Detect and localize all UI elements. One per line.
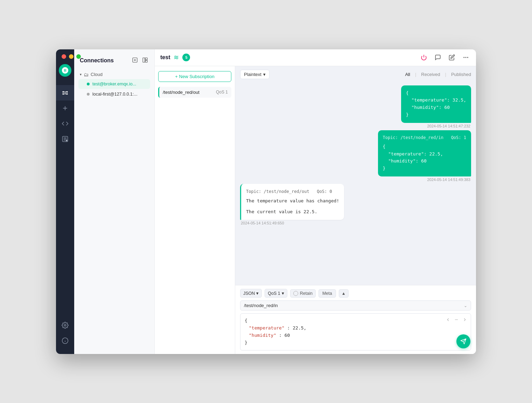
layout-icon bbox=[142, 57, 148, 63]
meta-label: Meta bbox=[322, 291, 332, 296]
format-compose-select[interactable]: JSON ▾ bbox=[240, 289, 262, 298]
svg-point-28 bbox=[465, 57, 467, 58]
chevron-down-icon: ▾ bbox=[256, 291, 259, 296]
nav-forward-button[interactable] bbox=[462, 317, 468, 324]
message-topic: Topic: /test/node_red/in bbox=[383, 135, 443, 140]
message-bubble: Topic: /test/node_red/out QoS: 0 The tem… bbox=[240, 184, 344, 220]
chevron-down-icon: ▾ bbox=[263, 72, 266, 77]
retain-label: Retain bbox=[300, 291, 313, 296]
info-icon bbox=[62, 337, 69, 344]
meta-button[interactable]: Meta bbox=[318, 289, 336, 298]
messages-area: { "temperature": 32.5, "humidity": 60 } … bbox=[235, 83, 476, 285]
maximize-button[interactable] bbox=[76, 54, 81, 59]
compose-editor[interactable]: { "temperature" : 22.5, "humidity" : 60 … bbox=[240, 313, 471, 350]
folder-icon: 🗂 bbox=[84, 72, 89, 77]
svg-rect-24 bbox=[145, 58, 147, 60]
icon-rail bbox=[56, 49, 74, 354]
sub-qos: QoS 1 bbox=[216, 90, 228, 95]
message-timestamp: 2024-05-14 14:51:49:650 bbox=[240, 221, 344, 225]
signal-icon: ≋ bbox=[174, 54, 179, 61]
scripts-nav[interactable] bbox=[56, 116, 74, 131]
more-button[interactable] bbox=[461, 53, 470, 62]
tab-all[interactable]: All bbox=[405, 71, 410, 78]
chevron-down-icon: ▾ bbox=[80, 72, 82, 76]
svg-rect-25 bbox=[145, 60, 147, 62]
topbar-actions bbox=[419, 53, 470, 62]
format-select[interactable]: Plaintext ▾ bbox=[240, 70, 270, 79]
filter-bar: Plaintext ▾ All | Received | Published bbox=[235, 66, 476, 83]
logo-icon bbox=[61, 67, 69, 74]
message-content-line2: The current value is 22.5. bbox=[246, 208, 339, 216]
message-item: Topic: /test/node_red/in QoS: 1 { "tempe… bbox=[378, 130, 471, 182]
sidebar-item-conn1[interactable]: test@broker.emqx.io... bbox=[78, 79, 150, 89]
disconnect-button[interactable] bbox=[419, 53, 428, 62]
topic-collapse-icon[interactable]: ⌄ bbox=[464, 303, 467, 308]
app-logo[interactable] bbox=[59, 64, 71, 77]
sidebar: Connections ▾ bbox=[74, 49, 155, 354]
send-icon bbox=[460, 338, 467, 345]
message-qos: QoS: 1 bbox=[451, 135, 466, 140]
compose-area: JSON ▾ QoS 1 ▾ Retain Meta bbox=[235, 285, 476, 354]
logs-nav[interactable] bbox=[56, 131, 74, 147]
sidebar-cloud-group: ▾ 🗂 Cloud test@broker.emqx.io... local-f… bbox=[74, 69, 154, 101]
sub-topic: /test/node_red/out bbox=[163, 90, 200, 95]
svg-rect-23 bbox=[143, 58, 145, 62]
nav-minus-button[interactable] bbox=[453, 317, 460, 324]
subscription-item[interactable]: /test/node_red/out QoS 1 bbox=[158, 87, 231, 98]
content-row: + New Subscription /test/node_red/out Qo… bbox=[155, 66, 476, 354]
add-nav[interactable] bbox=[56, 100, 74, 116]
nav-back-button[interactable] bbox=[445, 317, 451, 324]
settings-nav[interactable] bbox=[56, 318, 74, 333]
qos-label: QoS 1 bbox=[268, 291, 280, 296]
message-content: { "temperature": 32.5, "humidity": 60 } bbox=[406, 90, 466, 119]
layout-button[interactable] bbox=[141, 56, 149, 65]
message-header: Topic: /test/node_red/out QoS: 0 bbox=[246, 188, 339, 195]
chat-button[interactable] bbox=[433, 53, 442, 62]
info-nav[interactable] bbox=[56, 333, 74, 348]
message-header: Topic: /test/node_red/in QoS: 1 bbox=[383, 134, 466, 141]
format-label: Plaintext bbox=[244, 72, 261, 77]
message-content-line1: The temperature value has changed! bbox=[246, 197, 339, 205]
new-subscription-button[interactable]: + New Subscription bbox=[158, 71, 231, 82]
connection-title: test bbox=[160, 54, 170, 61]
editor-line-3: "humidity" : 60 bbox=[245, 332, 467, 339]
expand-compose-button[interactable]: ▲ bbox=[339, 289, 349, 298]
qos-select[interactable]: QoS 1 ▾ bbox=[265, 289, 287, 298]
sidebar-item-conn2[interactable]: local-first@127.0.0.1:... bbox=[78, 89, 150, 99]
message-panel: Plaintext ▾ All | Received | Published bbox=[235, 66, 476, 354]
tab-received[interactable]: Received bbox=[421, 71, 440, 78]
message-item: { "temperature": 32.5, "humidity": 60 } … bbox=[401, 85, 471, 128]
retain-circle-icon bbox=[293, 291, 298, 296]
retain-button[interactable]: Retain bbox=[290, 289, 316, 298]
tab-published[interactable]: Published bbox=[451, 71, 471, 78]
message-topic: Topic: /test/node_red/out bbox=[246, 189, 309, 194]
subscriptions-panel: + New Subscription /test/node_red/out Qo… bbox=[155, 66, 235, 354]
val-humidity: : 60 bbox=[279, 333, 290, 338]
close-button[interactable] bbox=[62, 54, 66, 59]
svg-point-27 bbox=[463, 57, 464, 58]
svg-rect-1 bbox=[66, 91, 68, 92]
editor-actions bbox=[445, 317, 468, 324]
minimize-button[interactable] bbox=[69, 54, 74, 59]
message-item: Topic: /test/node_red/out QoS: 0 The tem… bbox=[240, 184, 344, 225]
send-button[interactable] bbox=[456, 334, 470, 348]
main-area: test ≋ 5 bbox=[155, 49, 476, 354]
val-temperature: : 22.5, bbox=[287, 325, 307, 331]
connections-nav[interactable] bbox=[56, 85, 74, 100]
cloud-group-header[interactable]: ▾ 🗂 Cloud bbox=[77, 70, 152, 79]
topic-input[interactable]: /test/node_red/in bbox=[244, 303, 464, 308]
arrow-right-icon bbox=[462, 317, 467, 322]
svg-point-29 bbox=[467, 57, 468, 58]
edit-button[interactable] bbox=[447, 53, 456, 62]
sidebar-actions bbox=[131, 56, 149, 65]
plus-icon bbox=[132, 57, 138, 63]
editor-line-2: "temperature" : 22.5, bbox=[245, 325, 467, 332]
chat-icon bbox=[435, 54, 441, 61]
edit-icon bbox=[449, 54, 455, 61]
status-dot-online bbox=[87, 83, 90, 85]
chevron-up-icon: ▲ bbox=[342, 291, 346, 296]
add-connection-button[interactable] bbox=[131, 56, 139, 65]
editor-line-4: } bbox=[245, 339, 467, 347]
more-icon bbox=[463, 54, 469, 61]
compose-toolbar: JSON ▾ QoS 1 ▾ Retain Meta bbox=[240, 289, 471, 298]
